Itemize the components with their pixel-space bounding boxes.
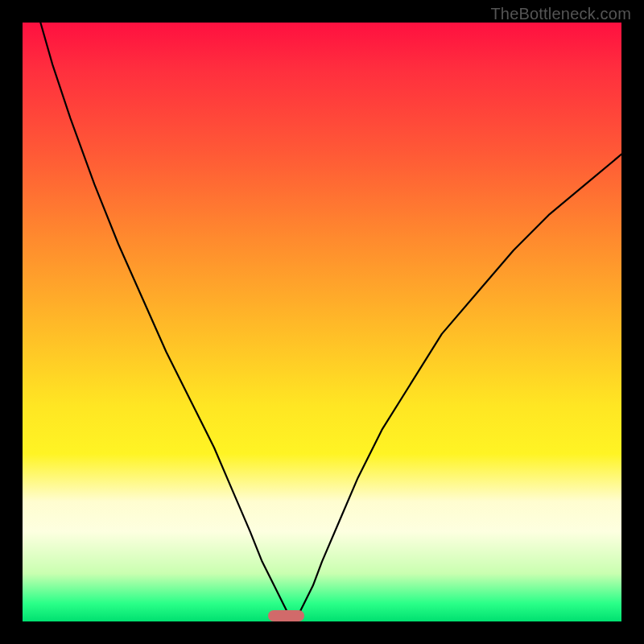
watermark: TheBottleneck.com <box>490 5 631 23</box>
optimal-marker <box>268 610 304 621</box>
bottleneck-curve <box>23 23 621 621</box>
plot-area <box>23 23 621 621</box>
chart-frame: TheBottleneck.com <box>0 0 644 644</box>
